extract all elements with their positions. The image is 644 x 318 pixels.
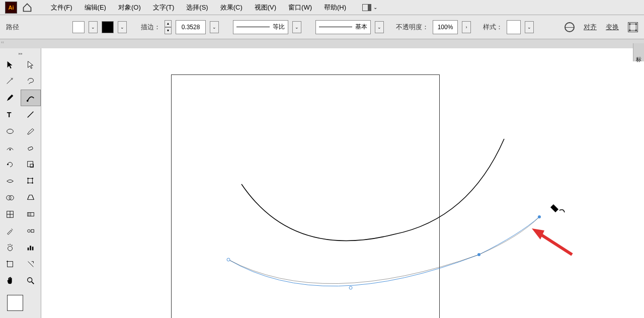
direct-selection-tool[interactable] bbox=[21, 56, 41, 73]
svg-rect-34 bbox=[30, 246, 31, 250]
toolbar: ▸▸ T bbox=[0, 48, 41, 318]
ellipse-tool[interactable] bbox=[0, 123, 20, 139]
stroke-swatch[interactable] bbox=[102, 21, 114, 33]
opacity-input[interactable] bbox=[433, 20, 458, 34]
svg-point-32 bbox=[12, 245, 13, 246]
svg-rect-0 bbox=[630, 24, 636, 30]
perspective-tool[interactable] bbox=[21, 189, 41, 206]
menu-select[interactable]: 选择(S) bbox=[180, 1, 214, 14]
stroke-down[interactable]: ▼ bbox=[165, 27, 172, 34]
brush-definition[interactable]: 基本 bbox=[315, 20, 371, 34]
lasso-tool[interactable] bbox=[21, 73, 41, 90]
type-tool[interactable]: T bbox=[0, 106, 20, 123]
menu-window[interactable]: 窗口(W) bbox=[282, 1, 318, 14]
stroke-weight-dropdown[interactable]: ⌄ bbox=[210, 21, 219, 33]
svg-point-2 bbox=[635, 23, 637, 25]
free-transform-tool[interactable] bbox=[21, 173, 41, 189]
line-tool[interactable] bbox=[21, 106, 41, 123]
fill-stroke-indicator[interactable] bbox=[0, 293, 41, 318]
svg-marker-42 bbox=[532, 228, 544, 240]
stroke-weight-input[interactable] bbox=[176, 20, 206, 34]
pen-cursor-icon bbox=[550, 204, 565, 212]
gradient-tool[interactable] bbox=[21, 206, 41, 222]
svg-line-40 bbox=[31, 281, 34, 284]
svg-rect-10 bbox=[28, 146, 33, 150]
svg-point-31 bbox=[10, 244, 11, 245]
anchor-point[interactable] bbox=[538, 215, 541, 218]
fill-swatch[interactable] bbox=[72, 21, 85, 33]
svg-point-30 bbox=[8, 244, 9, 245]
collapse-indicator[interactable]: ‹‹ bbox=[1, 40, 4, 45]
slice-tool[interactable] bbox=[21, 256, 41, 272]
menubar: Ai 文件(F) 编辑(E) 对象(O) 文字(T) 选择(S) 效果(C) 视… bbox=[0, 0, 644, 15]
curvature-tool[interactable] bbox=[21, 90, 41, 106]
shaper-tool[interactable] bbox=[0, 139, 20, 156]
fill-color-box[interactable] bbox=[7, 295, 23, 311]
svg-rect-35 bbox=[32, 247, 33, 250]
red-arrow-annotation bbox=[532, 228, 572, 255]
anchor-point[interactable] bbox=[477, 253, 480, 256]
eraser-tool[interactable] bbox=[21, 139, 41, 156]
style-swatch[interactable] bbox=[507, 20, 521, 34]
svg-point-16 bbox=[32, 178, 33, 179]
style-dropdown[interactable]: ⌄ bbox=[525, 21, 534, 33]
menu-edit[interactable]: 编辑(E) bbox=[78, 1, 112, 14]
svg-point-9 bbox=[10, 149, 11, 150]
scale-tool[interactable] bbox=[21, 156, 41, 173]
recolor-icon[interactable] bbox=[565, 22, 575, 32]
selection-tool[interactable] bbox=[0, 56, 20, 73]
paintbrush-tool[interactable] bbox=[21, 123, 41, 139]
svg-point-17 bbox=[27, 182, 29, 184]
column-graph-tool[interactable] bbox=[21, 239, 41, 256]
eyedropper-tool[interactable] bbox=[0, 222, 20, 239]
profile-dropdown[interactable]: ⌄ bbox=[292, 21, 301, 33]
width-tool[interactable] bbox=[0, 173, 20, 189]
panel-icon bbox=[362, 4, 371, 11]
stroke-profile[interactable]: 等比 bbox=[233, 20, 288, 34]
style-label: 样式： bbox=[483, 23, 503, 32]
workspace-switcher[interactable]: ⌄ bbox=[362, 4, 377, 11]
hand-tool[interactable] bbox=[0, 272, 20, 289]
pen-tool[interactable] bbox=[0, 90, 20, 106]
menu-file[interactable]: 文件(F) bbox=[45, 1, 78, 14]
align-panel-link[interactable]: 对齐 bbox=[584, 23, 597, 32]
svg-marker-11 bbox=[7, 163, 9, 165]
svg-text:T: T bbox=[7, 110, 12, 118]
document-tabs: ‹‹ bbox=[0, 39, 644, 48]
zoom-tool[interactable] bbox=[21, 272, 41, 289]
canvas[interactable] bbox=[41, 48, 644, 318]
svg-rect-33 bbox=[27, 248, 29, 250]
opacity-dropdown[interactable]: › bbox=[462, 21, 471, 33]
fill-dropdown[interactable]: ⌄ bbox=[89, 21, 98, 33]
svg-point-3 bbox=[629, 29, 631, 31]
svg-rect-14 bbox=[28, 178, 32, 183]
mode-label: 路径 bbox=[6, 23, 19, 32]
svg-point-1 bbox=[629, 23, 631, 25]
blend-tool[interactable] bbox=[21, 222, 41, 239]
home-icon[interactable] bbox=[22, 3, 32, 13]
brush-dropdown[interactable]: ⌄ bbox=[375, 21, 384, 33]
menu-help[interactable]: 帮助(H) bbox=[318, 1, 352, 14]
svg-line-41 bbox=[537, 232, 572, 255]
stroke-dropdown[interactable]: ⌄ bbox=[118, 21, 127, 33]
svg-point-29 bbox=[8, 246, 13, 251]
menu-view[interactable]: 视图(V) bbox=[249, 1, 282, 14]
isolate-icon[interactable] bbox=[628, 22, 638, 32]
app-icon: Ai bbox=[5, 2, 17, 14]
menu-type[interactable]: 文字(T) bbox=[147, 1, 181, 14]
svg-point-20 bbox=[9, 195, 14, 200]
mesh-tool[interactable] bbox=[0, 206, 20, 222]
rotate-tool[interactable] bbox=[0, 156, 20, 173]
svg-point-39 bbox=[27, 277, 32, 282]
shape-builder-tool[interactable] bbox=[0, 189, 20, 206]
magic-wand-tool[interactable] bbox=[0, 73, 20, 90]
menu-effect[interactable]: 效果(C) bbox=[214, 1, 249, 14]
artboard-tool[interactable] bbox=[0, 256, 20, 272]
stroke-up[interactable]: ▲ bbox=[165, 20, 172, 27]
symbol-sprayer-tool[interactable] bbox=[0, 239, 20, 256]
side-panel-tab[interactable]: 标 bbox=[633, 43, 644, 61]
svg-point-19 bbox=[7, 195, 11, 200]
menu-object[interactable]: 对象(O) bbox=[112, 1, 147, 14]
transform-panel-link[interactable]: 变换 bbox=[606, 23, 619, 32]
svg-rect-36 bbox=[8, 261, 13, 267]
